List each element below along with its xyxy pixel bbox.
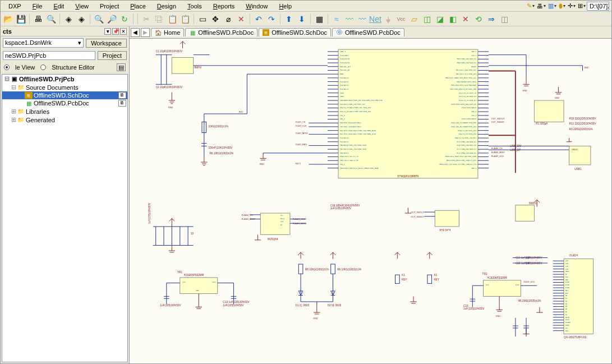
menu-reports[interactable]: Reports: [208, 2, 241, 11]
tool-snap[interactable]: ✛▾: [567, 2, 577, 10]
tool-gnd-icon[interactable]: ⏚: [382, 13, 394, 25]
tool-redo[interactable]: ↷: [265, 13, 278, 25]
tool-part[interactable]: ▦: [313, 13, 325, 25]
svg-text:W25Q64: W25Q64: [268, 238, 278, 241]
tool-sheet[interactable]: ◫: [421, 13, 433, 25]
tool-zoom1[interactable]: 🔍: [93, 13, 105, 25]
workspace-button[interactable]: Workspace: [86, 39, 127, 48]
nav-back-icon[interactable]: ◀: [131, 28, 140, 37]
tool-grid[interactable]: ⊞▾: [577, 2, 587, 10]
tool-open[interactable]: 📂: [2, 13, 14, 25]
tool-select[interactable]: ▭: [196, 13, 209, 25]
tool-arr[interactable]: ⇒: [485, 13, 498, 25]
tool-move[interactable]: ✥: [209, 13, 222, 25]
tool-save[interactable]: 💾: [15, 13, 27, 25]
menu-design[interactable]: Design: [151, 2, 182, 11]
tool-copy[interactable]: ⿻: [153, 13, 165, 25]
tool-sheetent[interactable]: ◪: [434, 13, 446, 25]
radio-structure[interactable]: [40, 64, 46, 70]
svg-text:10KΩ(1002)±1%: 10KΩ(1002)±1%: [208, 125, 228, 128]
tool-deselect[interactable]: ⌀: [222, 13, 234, 25]
svg-text:VDD_4: VDD_4: [340, 118, 345, 121]
project-input[interactable]: neSWD.PrjPcb: [3, 51, 95, 60]
tool-hier-up[interactable]: ⬆: [283, 13, 295, 25]
svg-line-299: [427, 252, 430, 255]
tree-opts-icon[interactable]: ▤: [117, 63, 126, 71]
menu-view[interactable]: View: [70, 2, 94, 11]
tree-src[interactable]: ⊟📁Source Documents: [2, 83, 127, 91]
tool-preview[interactable]: 🔍: [45, 13, 57, 25]
tool-paste2[interactable]: 📋: [179, 13, 191, 25]
svg-rect-301: [395, 275, 400, 283]
tab-home[interactable]: 🏠Home: [151, 28, 184, 36]
tool-print[interactable]: 🖶▾: [536, 3, 547, 10]
svg-rect-129: [172, 57, 193, 73]
project-button[interactable]: Project: [98, 51, 127, 60]
tool-x2[interactable]: ⟲: [472, 13, 485, 25]
address-box[interactable]: D:\[07]Z: [587, 2, 609, 11]
menu-edit[interactable]: Edit: [48, 2, 70, 11]
tool-vcc-icon[interactable]: Vcc: [395, 13, 407, 25]
menu-help[interactable]: Help: [273, 2, 297, 11]
tree-gen[interactable]: ⊞📁Generated: [2, 116, 127, 124]
svg-text:PB11/I2C2_SDA/C3_RX: PB11/I2C2_SDA/C3_RX: [340, 159, 358, 162]
tool-cross[interactable]: ✕: [235, 13, 247, 25]
svg-text:D2: D2: [565, 300, 568, 302]
svg-rect-220: [260, 213, 290, 234]
tool-pencil[interactable]: ✎▾: [526, 2, 536, 10]
nav-fwd-icon[interactable]: ▶: [141, 28, 150, 37]
svg-text:KEY: KEY: [402, 278, 407, 281]
svg-text:10: 10: [191, 232, 194, 235]
tree-lib[interactable]: ⊞📁Libraries: [2, 107, 127, 116]
svg-text:R3 220Ω(2200)±1%: R3 220Ω(2200)±1%: [569, 128, 593, 131]
tool-text[interactable]: ◫: [498, 13, 510, 25]
menu-window[interactable]: Window: [240, 2, 273, 11]
svg-text:FLASH_CS: FLASH_CS: [242, 214, 253, 216]
tree-pcbdoc[interactable]: ▦OfflineSWD.PcbDoc🗎: [2, 99, 127, 107]
menu-file[interactable]: File: [27, 2, 48, 11]
menu-dxp[interactable]: DXP: [3, 2, 27, 11]
tab-pcb1[interactable]: ▦OfflineSWD.PcbDoc: [185, 28, 257, 36]
tool-layer[interactable]: ▥▾: [547, 2, 558, 10]
tool-refresh[interactable]: ↻: [118, 13, 131, 25]
tool-print-btn[interactable]: 🖶: [32, 13, 44, 25]
menu-place[interactable]: Place: [125, 2, 151, 11]
tool-netlabel[interactable]: Net: [369, 13, 381, 25]
menu-tools[interactable]: Tools: [182, 2, 208, 11]
tool-bus[interactable]: 〰: [343, 13, 356, 25]
tab-pcb2[interactable]: ⓔOfflineSWD.PcbDoc: [332, 28, 404, 36]
tool-undo[interactable]: ↶: [252, 13, 265, 25]
tool-wire[interactable]: ≈: [330, 13, 343, 25]
tree-schdoc[interactable]: ≡OfflineSWD.SchDoc🗎: [2, 91, 127, 99]
svg-text:C2 22pF(220)10%50V: C2 22pF(220)10%50V: [156, 86, 183, 89]
tool-harness[interactable]: ◧: [447, 13, 459, 25]
svg-text:FLASH_MISO: FLASH_MISO: [491, 151, 505, 154]
tool-hier-dn[interactable]: ⬇: [296, 13, 308, 25]
radio-file-view[interactable]: [4, 64, 10, 70]
svg-text:PC3/ADC13: PC3/ADC13: [340, 88, 349, 90]
tab-sch[interactable]: ≡OfflineSWD.SchDoc: [259, 28, 331, 36]
tool-filter[interactable]: ⬮▾: [558, 2, 567, 10]
tool-stack2[interactable]: ◈: [75, 13, 88, 25]
tool-zoom2[interactable]: 🔎: [105, 13, 118, 25]
svg-text:PA3/C2_RX/ADC3/TIM5_CH4/TIM2_C: PA3/C2_RX/ADC3/TIM5_CH4/TIM2_CH4: [340, 110, 371, 113]
panel-pin-icon[interactable]: ▾: [104, 28, 111, 35]
svg-text:VDDA: VDDA: [340, 95, 344, 98]
tool-noerc[interactable]: ✕: [459, 13, 472, 25]
schematic-canvas[interactable]: STM32F103RBT6 VBAT_1PC13/ANT1PC14/OSC32P…: [130, 39, 611, 363]
svg-text:DI: DI: [280, 224, 283, 226]
tool-port[interactable]: ▱: [408, 13, 420, 25]
svg-text:PA4/SPI1_NSS/ADC4/DAC1: PA4/SPI1_NSS/ADC4/DAC1: [340, 122, 361, 124]
tool-cut[interactable]: ✂: [140, 13, 153, 25]
tool-busent[interactable]: 〰: [356, 13, 369, 25]
svg-text:FLASH_CS: FLASH_CS: [491, 148, 503, 150]
tool-paste[interactable]: 📋: [166, 13, 178, 25]
project-tree[interactable]: ⊟▣OfflineSWD.PrjPcb ⊟📁Source Documents ≡…: [2, 74, 128, 362]
panel-close-icon[interactable]: ×: [120, 28, 127, 35]
tree-root[interactable]: ⊟▣OfflineSWD.PrjPcb: [2, 75, 127, 83]
svg-line-300: [430, 252, 432, 255]
workspace-combo[interactable]: kspace1.DsnWrk ▾: [3, 38, 84, 48]
menu-project[interactable]: Project: [94, 2, 125, 11]
tool-stack1[interactable]: ◈: [62, 13, 75, 25]
panel-pin2-icon[interactable]: 📌: [112, 28, 119, 35]
